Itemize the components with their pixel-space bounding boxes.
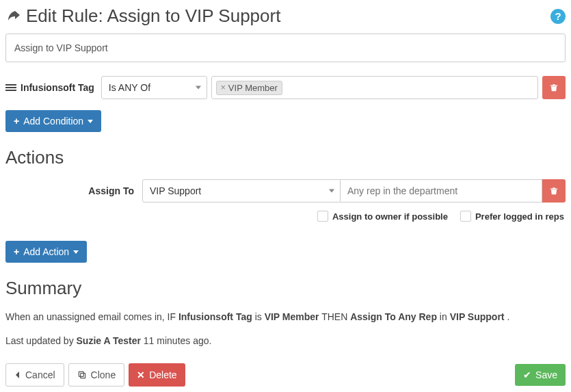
delete-condition-button[interactable]: [542, 76, 566, 99]
copy-icon: [77, 370, 87, 380]
remove-tag-icon[interactable]: ×: [221, 83, 226, 92]
tag-chip: × VIP Member: [216, 81, 282, 95]
assign-department-value: VIP Support: [150, 185, 201, 196]
checkbox-icon: [460, 211, 471, 222]
prefer-logged-label: Prefer logged in reps: [475, 211, 564, 222]
cancel-button[interactable]: Cancel: [5, 363, 64, 387]
condition-operator-select[interactable]: Is ANY Of: [101, 76, 207, 99]
assign-department-select[interactable]: VIP Support: [142, 179, 341, 202]
svg-rect-0: [80, 374, 85, 378]
condition-operator-value: Is ANY Of: [109, 82, 150, 93]
add-action-button[interactable]: + Add Action: [5, 241, 87, 263]
delete-button[interactable]: ✕ Delete: [129, 363, 185, 387]
trash-icon: [549, 83, 559, 92]
title-prefix: Edit Rule:: [26, 5, 103, 26]
add-action-label: Add Action: [23, 246, 69, 257]
page-title: Edit Rule: Assign to VIP Support: [5, 5, 280, 27]
delete-label: Delete: [149, 369, 176, 380]
condition-value-input[interactable]: × VIP Member: [211, 76, 538, 99]
save-label: Save: [535, 369, 557, 380]
last-updated-text: Last updated by Suzie A Tester 11 minute…: [5, 334, 566, 348]
add-condition-button[interactable]: + Add Condition: [5, 110, 101, 132]
chevron-down-icon: [196, 86, 201, 90]
condition-field-label: Infusionsoft Tag: [21, 82, 94, 93]
check-icon: ✔: [523, 369, 531, 380]
title-name: Assign to VIP Support: [107, 5, 281, 26]
assign-owner-checkbox[interactable]: Assign to owner if possible: [317, 211, 448, 222]
rule-name-input[interactable]: [5, 34, 566, 62]
drag-handle-icon[interactable]: [5, 84, 16, 91]
assign-owner-label: Assign to owner if possible: [332, 211, 448, 222]
add-condition-label: Add Condition: [23, 116, 83, 127]
clone-button[interactable]: Clone: [68, 363, 125, 387]
clone-label: Clone: [91, 369, 116, 380]
chevron-down-icon: [73, 250, 79, 254]
summary-heading: Summary: [5, 278, 566, 299]
action-label: Assign To: [5, 185, 142, 196]
prefer-logged-checkbox[interactable]: Prefer logged in reps: [460, 211, 564, 222]
save-button[interactable]: ✔ Save: [515, 364, 566, 386]
tag-chip-label: VIP Member: [228, 83, 278, 93]
chevron-down-icon: [329, 190, 334, 193]
help-icon[interactable]: ?: [550, 9, 566, 24]
share-arrow-icon: [5, 8, 22, 25]
chevron-down-icon: [88, 120, 93, 123]
condition-row: Infusionsoft Tag Is ANY Of × VIP Member: [5, 76, 566, 99]
assign-rep-input[interactable]: [341, 179, 542, 202]
actions-heading: Actions: [5, 147, 566, 168]
summary-sentence: When an unassigned email comes in, IF In…: [5, 310, 566, 324]
delete-action-button[interactable]: [542, 179, 566, 202]
plus-icon: +: [14, 116, 19, 127]
trash-icon: [549, 186, 559, 196]
plus-icon: +: [14, 246, 19, 257]
action-row: Assign To VIP Support: [5, 179, 566, 202]
cancel-label: Cancel: [25, 369, 55, 380]
checkbox-icon: [317, 211, 328, 222]
close-icon: ✕: [137, 369, 145, 380]
chevron-left-icon: [14, 371, 21, 379]
svg-rect-1: [79, 371, 83, 376]
